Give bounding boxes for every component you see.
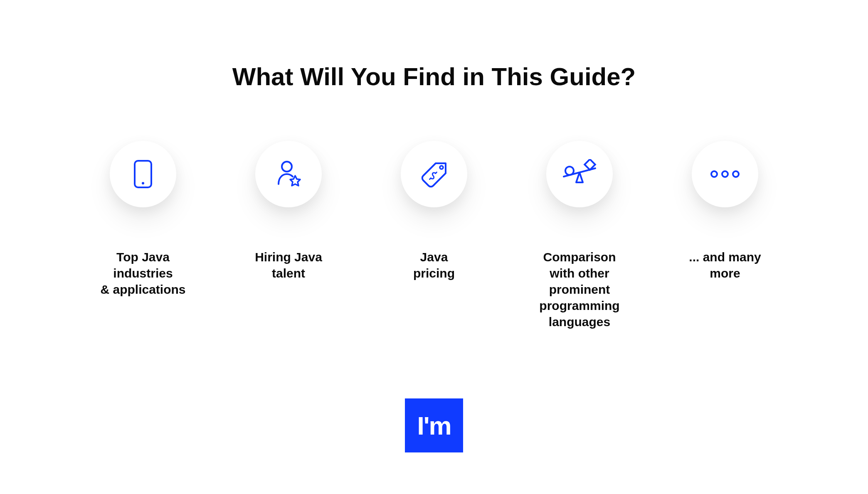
- circle: [692, 141, 758, 207]
- user-star-icon: [274, 159, 303, 189]
- circle: [546, 141, 613, 207]
- item-pricing: Java pricing: [382, 141, 486, 330]
- items-row: Top Java industries & applications Hirin…: [0, 141, 868, 330]
- price-tag-icon: [418, 159, 450, 189]
- item-hiring: Hiring Java talent: [237, 141, 340, 330]
- svg-point-5: [565, 167, 574, 175]
- item-label: Top Java industries & applications: [100, 249, 185, 297]
- circle: [255, 141, 322, 207]
- svg-point-9: [733, 171, 739, 177]
- balance-icon: [560, 159, 599, 189]
- svg-point-8: [722, 171, 728, 177]
- svg-point-1: [142, 182, 144, 184]
- item-label: Hiring Java talent: [255, 249, 322, 281]
- item-industries: Top Java industries & applications: [91, 141, 195, 330]
- circle: [401, 141, 467, 207]
- circle: [110, 141, 176, 207]
- page-title: What Will You Find in This Guide?: [0, 0, 868, 91]
- item-label: Comparison with other prominent programm…: [539, 249, 619, 330]
- brand-logo: I'm: [405, 398, 463, 452]
- item-label: Java pricing: [413, 249, 455, 281]
- item-label: ... and many more: [689, 249, 761, 281]
- svg-point-2: [282, 162, 292, 172]
- svg-point-7: [711, 171, 717, 177]
- smartphone-icon: [132, 159, 154, 189]
- item-more: ... and many more: [673, 141, 777, 330]
- item-comparison: Comparison with other prominent programm…: [528, 141, 631, 330]
- svg-point-3: [440, 166, 443, 169]
- more-dots-icon: [709, 170, 741, 178]
- brand-logo-text: I'm: [417, 411, 451, 440]
